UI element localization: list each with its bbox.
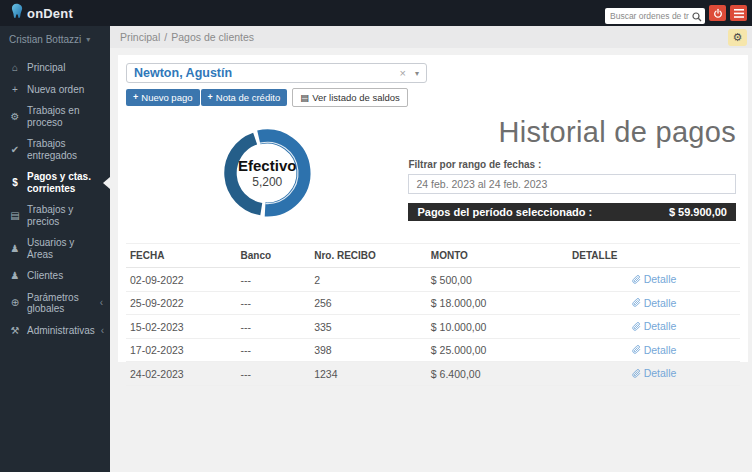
cell-monto: $ 18.000,00: [427, 291, 568, 315]
detail-link-label: Detalle: [644, 344, 677, 356]
cell-banco: ---: [237, 291, 311, 315]
sidebar-item-trabajos-entregados[interactable]: ✔ Trabajos entregados: [0, 133, 110, 166]
hamburger-icon: [734, 9, 744, 18]
main-area: Principal / Pagos de clientes ⚙ Newton, …: [110, 26, 752, 472]
users-icon: ♟: [9, 270, 21, 282]
user-menu[interactable]: Cristian Bottazzi ▾: [0, 26, 110, 51]
cell-banco: ---: [237, 362, 311, 386]
topnav: [110, 5, 752, 21]
search-icon[interactable]: [692, 8, 702, 26]
list-icon: ▤: [300, 92, 309, 103]
menu-toggle-button[interactable]: [730, 5, 747, 21]
chevron-left-icon: ‹: [101, 325, 104, 337]
sidebar-item-label: Trabajos y precios: [27, 204, 103, 227]
paperclip-icon: [632, 345, 641, 354]
cell-monto: $ 25.000,00: [427, 338, 568, 362]
detail-link-label: Detalle: [644, 320, 677, 332]
history-filter-column: Historial de pagos Filtrar por rango de …: [408, 112, 740, 231]
credit-note-button[interactable]: + Nota de crédito: [201, 89, 288, 106]
client-select[interactable]: Newton, Agustín × ▾: [126, 63, 427, 83]
payment-methods-donut-chart[interactable]: Efectivo 5,200: [209, 115, 325, 231]
chevron-down-icon: ▾: [86, 35, 90, 44]
clear-icon[interactable]: ×: [400, 67, 406, 79]
payments-table: FECHA Banco Nro. RECIBO MONTO DETALLE 02…: [126, 243, 740, 386]
donut-segment-right[interactable]: [259, 137, 304, 210]
payments-panel: Newton, Agustín × ▾ + Nuevo pago + Nota …: [118, 55, 748, 362]
detail-link[interactable]: Detalle: [632, 320, 677, 332]
sidebar-item-trabajos-y-precios[interactable]: ▤ Trabajos y precios: [0, 199, 110, 232]
detail-link[interactable]: Detalle: [632, 297, 677, 309]
sidebar-item-pagos-y-ctas-corrientes[interactable]: $ Pagos y ctas. corrientes: [0, 166, 110, 199]
cell-recibo: 2: [310, 268, 427, 292]
sidebar-item-nueva-orden[interactable]: + Nueva orden: [0, 79, 110, 101]
chevron-left-icon: ‹: [100, 297, 103, 309]
sidebar-item-label: Administrativas: [27, 325, 95, 337]
chart-and-filter-row: Efectivo 5,200 Historial de pagos Filtra…: [126, 112, 740, 231]
check-circle-icon: ✔: [9, 144, 21, 156]
detail-link[interactable]: Detalle: [632, 344, 677, 356]
date-filter-label: Filtrar por rango de fechas :: [408, 159, 736, 170]
cell-fecha: 02-09-2022: [126, 268, 237, 292]
search-box: [605, 5, 705, 21]
sidebar-item-clientes[interactable]: ♟ Clientes: [0, 265, 110, 287]
cell-fecha: 25-09-2022: [126, 291, 237, 315]
sidebar-item-principal[interactable]: ⌂ Principal: [0, 57, 110, 79]
wrench-icon: ⚒: [9, 325, 21, 337]
cell-recibo: 335: [310, 315, 427, 339]
col-header-monto: MONTO: [427, 244, 568, 268]
settings-gear-button[interactable]: ⚙: [728, 29, 747, 46]
period-total-bar: Pagos del período seleccionado : $ 59.90…: [408, 203, 736, 221]
sidebar-item-parametros-globales[interactable]: ⊕ Parámetros globales ‹: [0, 287, 110, 320]
table-header-row: FECHA Banco Nro. RECIBO MONTO DETALLE: [126, 244, 740, 268]
brand-name: onDent: [27, 6, 73, 21]
sidebar-item-administrativas[interactable]: ⚒ Administrativas ‹: [0, 320, 110, 342]
breadcrumb: Principal / Pagos de clientes ⚙: [110, 26, 752, 48]
credit-note-label: Nota de crédito: [216, 92, 280, 103]
donut-chart-area: Efectivo 5,200: [126, 112, 408, 231]
sidebar-item-label: Principal: [27, 62, 65, 74]
detail-link[interactable]: Detalle: [632, 273, 677, 285]
user-icon: ♟: [9, 243, 21, 255]
cell-recibo: 398: [310, 338, 427, 362]
period-total-label: Pagos del período seleccionado :: [417, 206, 592, 218]
cell-banco: ---: [237, 338, 311, 362]
breadcrumb-current: Pagos de clientes: [171, 31, 254, 43]
chevron-down-icon[interactable]: ▾: [415, 69, 419, 78]
balances-list-button[interactable]: ▤ Ver listado de saldos: [292, 88, 408, 107]
cell-banco: ---: [237, 268, 311, 292]
brand-logo: onDent: [0, 0, 110, 26]
period-total-value: $ 59.900,00: [669, 206, 727, 218]
cell-recibo: 256: [310, 291, 427, 315]
cell-fecha: 15-02-2023: [126, 315, 237, 339]
detail-link[interactable]: Detalle: [632, 367, 677, 379]
detail-link-label: Detalle: [644, 273, 677, 285]
donut-segment-left[interactable]: [231, 139, 262, 210]
new-payment-button[interactable]: + Nuevo pago: [126, 89, 200, 106]
detail-link-label: Detalle: [644, 367, 677, 379]
cell-fecha: 24-02-2023: [126, 362, 237, 386]
date-range-input[interactable]: [408, 174, 736, 194]
search-input[interactable]: [605, 8, 705, 24]
power-icon: [713, 8, 723, 19]
new-payment-label: Nuevo pago: [141, 92, 192, 103]
sidebar-item-usuarios-y-areas[interactable]: ♟ Usuarios y Áreas: [0, 232, 110, 265]
col-header-banco: Banco: [237, 244, 311, 268]
tooth-icon: [9, 3, 24, 24]
table-row: 02-09-2022 --- 2 $ 500,00 Detalle: [126, 268, 740, 292]
gear-icon: ⚙: [9, 111, 21, 123]
app-window: onDent Cristian: [0, 0, 752, 472]
plus-icon: +: [133, 92, 138, 103]
paperclip-icon: [632, 275, 641, 284]
cell-monto: $ 10.000,00: [427, 315, 568, 339]
table-row: 15-02-2023 --- 335 $ 10.000,00 Detalle: [126, 315, 740, 339]
col-header-fecha: FECHA: [126, 244, 237, 268]
breadcrumb-root[interactable]: Principal: [120, 31, 160, 43]
home-icon: ⌂: [9, 62, 21, 74]
breadcrumb-separator: /: [164, 31, 167, 43]
cell-banco: ---: [237, 315, 311, 339]
logout-power-button[interactable]: [709, 5, 726, 21]
sidebar-item-label: Trabajos entregados: [27, 138, 103, 161]
sidebar-item-trabajos-en-proceso[interactable]: ⚙ Trabajos en proceso: [0, 100, 110, 133]
sidebar: Cristian Bottazzi ▾ ⌂ Principal + Nueva …: [0, 26, 110, 472]
topbar: onDent: [0, 0, 752, 26]
